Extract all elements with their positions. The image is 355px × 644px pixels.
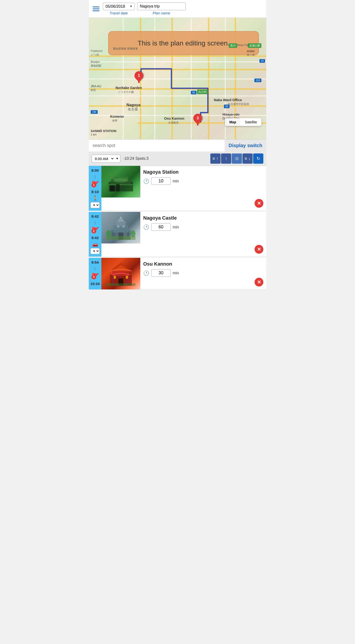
clock-icon-2: 🕐 [143,224,149,230]
svg-rect-22 [112,271,129,276]
map-label-komeno-jp: 米野 [112,119,118,122]
transport-select-1[interactable]: ▼ [91,202,100,208]
map-scale: 1 km [91,133,96,136]
start-time-wrapper[interactable]: 8:00 AM ▼ [92,155,120,163]
map-label-biwajim: 坂ヶ坂 [247,53,255,57]
svg-point-29 [126,276,128,279]
road-badge-190: 190 [91,110,98,114]
road-badge-19: 19 [260,59,265,63]
map-marker-3[interactable]: 3 [193,114,202,126]
menu-button[interactable] [92,6,100,12]
remove-button-2[interactable]: ✕ [254,245,263,254]
map-label-nagoya-jp: 名古屋 [128,107,138,112]
spot-number-1: 1 [92,183,96,188]
svg-rect-14 [122,226,124,228]
refresh-icon: ↻ [256,156,260,161]
date-select[interactable]: 05/06/2018 [103,3,128,10]
svg-rect-15 [112,232,115,236]
map-label-asaka: asaka [247,49,254,53]
spot-info-col-3: Osu Kannon 🕐 min ✕ [140,258,266,290]
map-area[interactable]: This is the plan editing screen. Futatsu… [89,18,266,139]
map-label-meijo: 名城公園 [248,43,262,48]
spot-image-col-3 [102,258,140,290]
date-dropdown-icon: ▼ [128,4,134,8]
remove-button-3[interactable]: ✕ [254,278,263,286]
svg-point-18 [130,230,136,237]
plan-name-input[interactable] [137,2,186,10]
svg-marker-11 [120,217,122,218]
clock-icon-3: 🕐 [143,270,149,276]
transport-select-wrapper-2[interactable]: ▼ [90,248,100,254]
spot-image-2 [102,212,140,244]
spot-info-col-2: Nagoya Castle 🕐 min ✕ [140,212,266,256]
map-label-sanno: SANNŌ STATION [91,129,116,133]
svg-rect-30 [106,283,136,286]
target-icon: ⊙ [235,156,239,161]
stats-text: -10:24 Spots:3 [123,156,148,161]
map-label-aichi: 愛知県警察 西警察署 [113,47,138,50]
map-label-naka-ward-jp: 名古屋市中区役所 [228,102,249,106]
date-select-wrapper[interactable]: 05/06/2018 ▼ [103,3,135,10]
remove-button-1[interactable]: ✕ [254,199,263,208]
search-bar-row: Display switch [89,139,266,152]
map-label-nishiku: 村区 [91,88,96,92]
depart-time-2: 9:42 [92,236,99,240]
drag-handle-2[interactable]: ↕ [94,219,96,226]
toolbar-buttons: ≡ ↑ ↑ ⊙ ≡ ↓ ↻ [210,154,263,164]
map-label-tochiba: 東枇把駅 [91,64,102,68]
map-satellite-toggle[interactable]: Map Satellite [225,118,262,126]
map-label-jra: JRA-KU [91,85,101,88]
map-label-meijo-en: Meijo Park [237,44,250,46]
drag-handle-3[interactable]: ↕ [94,265,96,272]
search-input[interactable] [89,140,225,152]
arrive-time-1: 8:00 [92,168,99,172]
svg-point-17 [106,230,111,237]
duration-row-1: 🕐 min [143,177,263,185]
map-marker-1[interactable]: 1 [134,71,143,83]
flag-badge-wrapper-3: 🚩 3 [91,273,100,281]
plan-name-label: Plan name [153,11,170,15]
table-row: 8:42 ↕ 🚩 2 9:42 🚗 ▼ [89,212,266,257]
duration-row-3: 🕐 min [143,269,263,277]
svg-rect-13 [117,226,119,228]
depart-time-1: 8:10 [92,190,99,194]
road-badge-68: 68 [191,91,196,94]
duration-input-2[interactable] [151,223,171,231]
list-reorder-down-button[interactable]: ↑ [221,154,231,164]
list-scroll-down-button[interactable]: ≡ ↓ [242,154,253,164]
duration-input-1[interactable] [151,177,171,185]
timeline-col-2: 8:42 ↕ 🚩 2 9:42 🚗 ▼ [89,212,102,256]
date-label: Travel date [110,11,128,15]
refresh-button[interactable]: ↻ [253,154,263,164]
map-label-naka-ward: Naka Ward Office [214,98,242,102]
display-switch-button[interactable]: Display switch [225,140,266,151]
itinerary-list: 8:00 ↕ 🚩 1 8:10 🚶 ▼ [89,166,266,290]
depart-time-3: 10:24 [90,282,100,286]
spot-image-3 [102,258,140,290]
timeline-col-3: 9:54 ↕ 🚩 3 10:24 [89,258,102,290]
map-toggle-map[interactable]: Map [225,118,240,126]
map-label-hisaya: Hisaya-odo [222,112,240,116]
map-label-noritake-jp: ノリタケの森 [118,90,134,94]
min-label-2: min [173,225,179,229]
start-time-select[interactable]: 8:00 AM [92,155,114,162]
spot-image-col-1 [102,166,140,210]
plan-section: Plan name [137,2,186,15]
svg-rect-3 [109,184,133,185]
list-reorder-up-button[interactable]: ≡ ↑ [210,154,220,164]
center-map-button[interactable]: ⊙ [232,154,242,164]
spot-number-3: 3 [92,274,96,280]
drag-handle-1[interactable]: ↕ [94,174,96,180]
flag-badge-wrapper-1: 🚩 1 [91,181,100,189]
map-toggle-satellite[interactable]: Satellite [240,118,262,126]
map-label-noritake: Noritake Garden [116,86,142,90]
min-label-3: min [173,271,179,275]
clock-icon-1: 🕐 [143,178,149,184]
arrive-time-3: 9:54 [92,260,99,264]
transport-select-wrapper-1[interactable]: ▼ [90,202,100,208]
road-badge-153: 153 [254,78,262,82]
flag-badge-wrapper-2: 🚩 2 [91,227,100,235]
transport-select-2[interactable]: ▼ [91,248,100,254]
min-label-1: min [173,179,179,183]
duration-input-3[interactable] [151,269,171,277]
